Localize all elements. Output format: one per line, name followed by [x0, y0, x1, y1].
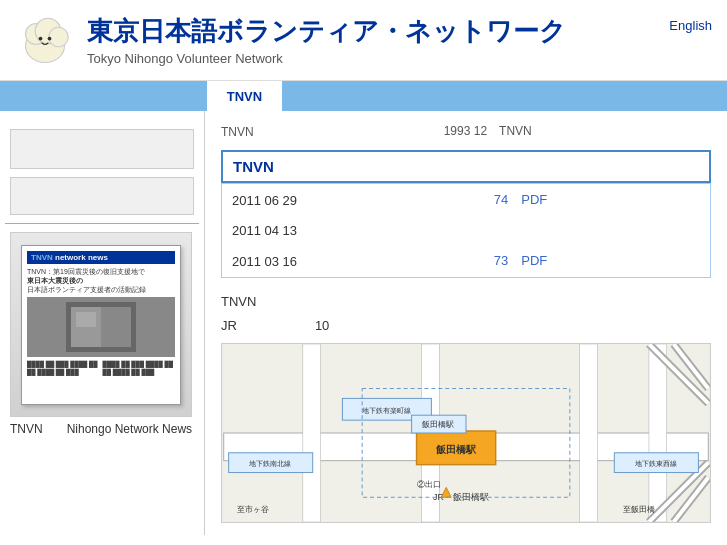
page-header: 東京日本語ボランティア・ネットワーク Tokyo Nihongo Volunte… — [0, 0, 727, 81]
language-link[interactable]: English — [669, 18, 712, 33]
svg-text:至飯田橋: 至飯田橋 — [623, 505, 655, 514]
main-content: TNVN 1993 12 TNVN TNVN 2011 06 29 74 PDF… — [205, 111, 727, 535]
svg-rect-8 — [101, 307, 131, 347]
svg-point-4 — [39, 37, 43, 41]
tnvn-title-text: TNVN — [233, 158, 274, 175]
svg-rect-12 — [303, 344, 321, 522]
table-cell-date: 2011 03 16 — [222, 245, 484, 278]
sidebar-caption: TNVN Nihongo Network News — [10, 421, 194, 438]
news-col-2: ████ ██ ███ ████ ██ ██ ████ ██ ███ — [103, 360, 176, 377]
main-layout: TNVN network news TNVN：第19回震災後の復旧支援地で 東日… — [0, 111, 727, 535]
svg-text:飯田橋駅: 飯田橋駅 — [435, 444, 477, 455]
nav-item-5[interactable] — [282, 81, 351, 111]
navigation-bar: TNVN — [0, 81, 727, 111]
svg-text:地下鉄南北線: 地下鉄南北線 — [248, 459, 291, 468]
svg-text:地下鉄有楽町線: 地下鉄有楽町線 — [361, 406, 411, 415]
nav-item-tnvn[interactable]: TNVN — [207, 81, 282, 111]
nav-item-3[interactable] — [138, 81, 207, 111]
table-cell-num — [484, 216, 711, 245]
site-title: 東京日本語ボランティア・ネットワーク — [87, 14, 566, 49]
nav-item-2[interactable] — [69, 81, 138, 111]
table-cell-num: 74 PDF — [484, 184, 711, 217]
title-block: 東京日本語ボランティア・ネットワーク Tokyo Nihongo Volunte… — [87, 14, 566, 66]
svg-rect-14 — [580, 344, 598, 522]
svg-text:地下鉄東西線: 地下鉄東西線 — [634, 459, 677, 468]
map-svg: 飯田橋駅 JR 飯田橋駅 地下鉄有楽町線 飯田橋駅 地下鉄南北線 ②出口 — [222, 344, 710, 522]
svg-text:至市ヶ谷: 至市ヶ谷 — [237, 505, 269, 514]
table-row: 2011 06 29 74 PDF — [222, 184, 711, 217]
table-cell-date: 2011 04 13 — [222, 216, 484, 245]
sidebar-divider — [5, 223, 199, 224]
svg-rect-9 — [76, 312, 96, 327]
breadcrumb-info: 1993 12 TNVN — [444, 123, 532, 140]
site-subtitle: Tokyo Nihongo Volunteer Network — [87, 51, 566, 66]
breadcrumb-sep — [259, 123, 439, 140]
svg-point-5 — [48, 37, 52, 41]
tnvn-table: 2011 06 29 74 PDF 2011 04 13 2011 03 16 … — [221, 183, 711, 278]
news-header: TNVN network news — [27, 251, 175, 264]
nav-item-6[interactable] — [351, 81, 420, 111]
breadcrumb: TNVN 1993 12 TNVN — [221, 123, 711, 140]
news-photo — [27, 297, 175, 357]
sidebar-news-image: TNVN network news TNVN：第19回震災後の復旧支援地で 東日… — [10, 232, 192, 417]
table-row: 2011 04 13 — [222, 216, 711, 245]
tnvn-section-title: TNVN — [221, 150, 711, 183]
news-col-1: ████ ██ ███ ████ ██ ██ ████ ██ ███ — [27, 360, 100, 377]
map-container: 飯田橋駅 JR 飯田橋駅 地下鉄有楽町線 飯田橋駅 地下鉄南北線 ②出口 — [221, 343, 711, 523]
table-row: 2011 03 16 73 PDF — [222, 245, 711, 278]
issue-74-link[interactable]: 74 PDF — [494, 192, 547, 207]
location-detail: JR 10 — [221, 317, 711, 335]
svg-text:飯田橋駅: 飯田橋駅 — [422, 420, 454, 429]
sidebar-search-box[interactable] — [10, 129, 194, 169]
svg-text:②出口: ②出口 — [417, 480, 441, 489]
svg-point-3 — [49, 27, 69, 47]
location-title-text: TNVN — [221, 294, 256, 309]
sidebar: TNVN network news TNVN：第19回震災後の復旧支援地で 東日… — [0, 111, 205, 535]
sidebar-nav-box — [10, 177, 194, 215]
location-title: TNVN — [221, 294, 711, 309]
location-section: TNVN JR 10 — [221, 294, 711, 523]
site-logo — [15, 10, 75, 70]
issue-73-link[interactable]: 73 PDF — [494, 253, 547, 268]
breadcrumb-home: TNVN — [221, 125, 254, 139]
nav-item-1[interactable] — [0, 81, 69, 111]
news-subtitle: TNVN：第19回震災後の復旧支援地で 東日本大震災後の 日本語ボランティア支援… — [27, 267, 175, 294]
table-cell-date: 2011 06 29 — [222, 184, 484, 217]
svg-rect-15 — [649, 344, 667, 522]
table-cell-num: 73 PDF — [484, 245, 711, 278]
